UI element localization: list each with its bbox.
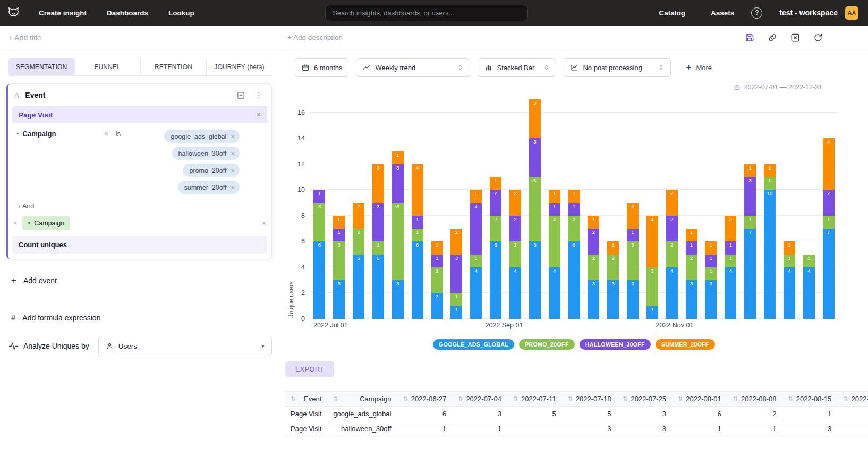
legend-item-halloween-30off[interactable]: HALLOWEEN_30OFF <box>580 339 651 350</box>
bar-segment-promo_20off[interactable]: 1 <box>450 293 462 306</box>
nav-item-dashboards[interactable]: Dashboards <box>107 9 148 17</box>
bar-segment-promo_20off[interactable]: 2 <box>666 241 678 267</box>
bar-segment-promo_20off[interactable]: 3 <box>646 267 658 306</box>
bar-segment-google_ads_global[interactable]: 1 <box>646 306 658 319</box>
bar-segment-summer_20off[interactable]: 2 <box>627 203 639 229</box>
filter-value-chip[interactable]: summer_20off× <box>178 181 240 194</box>
bar-segment-promo_20off[interactable]: 1 <box>744 216 756 229</box>
bar-segment-halloween_30off[interactable]: 2 <box>509 216 521 242</box>
bar-segment-promo_20off[interactable]: 4 <box>549 216 560 267</box>
bar-segment-promo_20off[interactable]: 1 <box>372 241 384 254</box>
remove-property-icon[interactable]: × <box>104 130 108 138</box>
help-icon[interactable]: ? <box>751 7 762 19</box>
column-header-2022-07-11[interactable]: ⇅2022-07-11 <box>507 392 562 407</box>
tab-retention[interactable]: RETENTION <box>140 58 206 75</box>
filter-value-chip[interactable]: halloween_30off× <box>172 147 240 160</box>
bar-segment-google_ads_global[interactable]: 3 <box>705 280 717 319</box>
bar-segment-summer_20off[interactable]: 1 <box>764 164 776 177</box>
sort-icon[interactable]: ⇅ <box>458 395 463 402</box>
bar-segment-google_ads_global[interactable]: 4 <box>549 267 560 319</box>
bar-segment-google_ads_global[interactable]: 5 <box>353 255 364 319</box>
bar-segment-halloween_30off[interactable]: 1 <box>568 203 580 216</box>
condition-operator[interactable]: is <box>116 130 121 138</box>
column-header-2022-07-04[interactable]: ⇅2022-07-04 <box>452 392 507 407</box>
bar-segment-google_ads_global[interactable]: 6 <box>313 241 325 319</box>
aggregation-selector[interactable]: Count uniques <box>12 236 267 254</box>
bar-segment-summer_20off[interactable]: 1 <box>549 190 560 203</box>
bar-segment-halloween_30off[interactable]: 1 <box>333 229 345 241</box>
bar-segment-halloween_30off[interactable]: 1 <box>412 216 423 229</box>
bar-segment-summer_20off[interactable]: 1 <box>490 177 501 190</box>
bar-segment-promo_20off[interactable]: 1 <box>764 177 776 190</box>
bar-segment-summer_20off[interactable]: 1 <box>686 229 697 241</box>
bar-segment-google_ads_global[interactable]: 10 <box>764 190 776 319</box>
bar-segment-halloween_30off[interactable]: 2 <box>823 190 835 216</box>
bar-segment-promo_20off[interactable]: 1 <box>823 216 835 229</box>
remove-value-icon[interactable]: × <box>231 132 235 140</box>
add-and-button[interactable]: + And <box>17 203 271 210</box>
column-header-2022-08-08[interactable]: ⇅2022-08-08 <box>727 392 782 407</box>
bar-segment-promo_20off[interactable]: 2 <box>686 255 697 281</box>
bar-segment-promo_20off[interactable]: 2 <box>431 267 443 293</box>
global-search[interactable] <box>325 5 528 21</box>
bar-segment-google_ads_global[interactable]: 3 <box>333 280 345 319</box>
bar-segment-halloween_30off[interactable]: 3 <box>744 177 756 216</box>
bar-segment-summer_20off[interactable]: 1 <box>607 241 619 254</box>
bar-segment-summer_20off[interactable]: 1 <box>333 216 345 229</box>
bar-segment-google_ads_global[interactable]: 7 <box>744 229 756 319</box>
bar-segment-google_ads_global[interactable]: 3 <box>392 280 404 319</box>
bar-segment-google_ads_global[interactable]: 4 <box>784 267 795 319</box>
column-header-2022-08-01[interactable]: ⇅2022-08-01 <box>672 392 727 407</box>
bar-segment-halloween_30off[interactable]: 1 <box>627 229 639 241</box>
column-header-campaign[interactable]: ⇅Campaign <box>327 392 397 407</box>
selected-event[interactable]: Page Visit × <box>12 106 267 123</box>
add-description-button[interactable]: + Add description <box>287 33 343 41</box>
sort-icon[interactable]: ⇅ <box>678 395 683 402</box>
bar-segment-halloween_30off[interactable]: 1 <box>313 190 325 203</box>
column-header-2022-07-25[interactable]: ⇅2022-07-25 <box>617 392 672 407</box>
bar-segment-google_ads_global[interactable]: 4 <box>725 267 736 319</box>
save-icon[interactable] <box>744 32 755 43</box>
condition-property[interactable]: Campaign <box>23 130 56 138</box>
bar-segment-halloween_30off[interactable]: 3 <box>372 203 384 242</box>
bar-segment-promo_20off[interactable]: 1 <box>470 255 482 267</box>
nav-item-catalog[interactable]: Catalog <box>659 9 686 17</box>
bar-segment-summer_20off[interactable]: 1 <box>744 164 756 177</box>
bar-segment-google_ads_global[interactable]: 6 <box>490 241 501 319</box>
bar-segment-summer_20off[interactable]: 1 <box>784 241 795 254</box>
bar-segment-summer_20off[interactable]: 2 <box>353 203 364 229</box>
pending-condition-chip[interactable]: • Campaign <box>22 216 71 230</box>
post-processing-select[interactable]: No post processing <box>564 58 671 77</box>
more-button[interactable]: + More <box>686 62 712 73</box>
bar-segment-google_ads_global[interactable]: 1 <box>450 306 462 319</box>
bar-segment-google_ads_global[interactable]: 5 <box>372 255 384 319</box>
close-square-icon[interactable] <box>790 32 801 43</box>
bar-segment-google_ads_global[interactable]: 3 <box>588 280 599 319</box>
column-header-event[interactable]: ⇅Event <box>285 392 327 407</box>
bar-segment-summer_20off[interactable]: 2 <box>666 190 678 216</box>
bar-segment-google_ads_global[interactable]: 3 <box>686 280 697 319</box>
link-icon[interactable] <box>767 32 778 43</box>
sort-icon[interactable]: ⇅ <box>333 395 338 402</box>
export-button[interactable]: EXPORT <box>285 361 334 377</box>
add-event-button[interactable]: + Add event <box>11 275 283 286</box>
bar-segment-summer_20off[interactable]: 2 <box>725 216 736 242</box>
nav-item-lookup[interactable]: Lookup <box>168 9 194 17</box>
column-header-2022-06-27[interactable]: ⇅2022-06-27 <box>397 392 452 407</box>
bar-segment-summer_20off[interactable]: 2 <box>450 229 462 255</box>
analyze-by-select[interactable]: Users ▾ <box>98 336 272 356</box>
tab-segmentation[interactable]: SEGMENTATION <box>8 58 74 75</box>
bar-segment-promo_20off[interactable]: 1 <box>412 229 423 241</box>
nav-item-create-insight[interactable]: Create insight <box>39 9 87 17</box>
sort-icon[interactable]: ⇅ <box>623 395 627 402</box>
bar-segment-halloween_30off[interactable]: 3 <box>450 255 462 293</box>
bar-segment-halloween_30off[interactable]: 3 <box>392 164 404 203</box>
bar-segment-halloween_30off[interactable]: 4 <box>470 203 482 255</box>
bar-segment-summer_20off[interactable]: 1 <box>392 151 404 164</box>
sort-icon[interactable]: ⇅ <box>843 395 848 402</box>
bar-segment-halloween_30off[interactable]: 2 <box>588 229 599 255</box>
bar-segment-summer_20off[interactable]: 1 <box>588 216 599 229</box>
workspace-name[interactable]: test - workspace <box>779 9 838 17</box>
bar-segment-halloween_30off[interactable]: 3 <box>529 138 541 177</box>
remove-pending-left-icon[interactable]: × <box>13 219 18 227</box>
